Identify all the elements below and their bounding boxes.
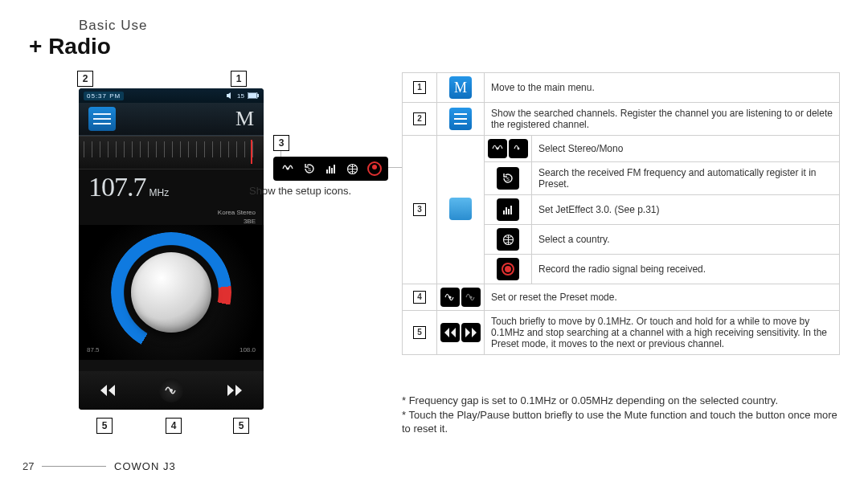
band-low-label: 87.5 xyxy=(87,346,100,353)
page-title: + Radio xyxy=(29,34,111,59)
playback-bar xyxy=(79,371,264,410)
callout-3: 3 xyxy=(273,135,289,151)
section-heading: Basic Use xyxy=(79,18,148,34)
channel-list-button[interactable] xyxy=(88,107,116,131)
table-row: 4 Set or reset the Preset mode. xyxy=(403,284,840,311)
battery-icon xyxy=(248,92,259,99)
svg-rect-7 xyxy=(329,166,330,174)
svg-point-11 xyxy=(497,148,499,150)
svg-point-12 xyxy=(518,148,520,150)
manual-page: Basic Use + Radio 05:37 PM 15 M 107.7MHz… xyxy=(0,0,868,490)
device-mockup: 05:37 PM 15 M 107.7MHz Korea Stereo 3BE … xyxy=(79,88,264,410)
frequency-unit: MHz xyxy=(149,187,170,198)
table-row: 2 Show the searched channels. Register t… xyxy=(403,103,840,136)
clock: 05:37 PM xyxy=(84,92,124,100)
status-bar: 05:37 PM 15 xyxy=(79,88,264,103)
svg-rect-9 xyxy=(334,165,335,174)
callout-4: 4 xyxy=(166,418,182,434)
setup-icons-caption: Show the setup icons. xyxy=(249,185,351,197)
stereo-icon xyxy=(488,139,507,158)
svg-point-19 xyxy=(448,296,451,298)
footnote-2: * Touch the Play/Pause button briefly to… xyxy=(402,408,840,436)
legend-desc: Search the received FM frequency and aut… xyxy=(532,162,840,195)
svg-rect-8 xyxy=(331,168,333,174)
legend-desc: Set JetEffect 3.0. (See p.31) xyxy=(532,195,840,225)
svg-rect-1 xyxy=(257,94,259,97)
legend-desc: Select a country. xyxy=(532,225,840,255)
table-row: 1 M Move to the main menu. xyxy=(403,73,840,103)
main-menu-button[interactable]: M xyxy=(235,107,254,131)
band-high-label: 108.0 xyxy=(240,346,256,353)
legend-num-4: 4 xyxy=(413,291,426,304)
stereo-mono-icon[interactable] xyxy=(280,161,295,176)
auto-search-icon[interactable]: S xyxy=(302,161,317,176)
svg-point-20 xyxy=(469,296,472,298)
broadcast-meta-1: Korea Stereo xyxy=(79,207,264,216)
country-icon[interactable] xyxy=(346,161,360,176)
tuning-dial-area: 87.5 108.0 xyxy=(79,225,264,360)
record-icon xyxy=(497,258,519,280)
preset-button[interactable] xyxy=(159,378,183,402)
legend-num-1: 1 xyxy=(413,81,426,94)
frequency-display: 107.7MHz xyxy=(79,169,264,207)
page-number: 27 xyxy=(23,460,34,472)
legend-desc: Select Stereo/Mono xyxy=(532,136,840,162)
svg-point-4 xyxy=(286,167,289,169)
rewind-icon xyxy=(440,323,460,342)
footer-rule xyxy=(42,466,106,467)
callout-2: 2 xyxy=(77,71,93,87)
record-icon[interactable] xyxy=(367,161,382,176)
callout-1: 1 xyxy=(231,71,247,87)
callout-5-left: 5 xyxy=(96,418,113,434)
volume-indicator: 15 xyxy=(226,92,259,100)
broadcast-meta-2: 3BE xyxy=(79,216,264,225)
tuning-knob[interactable] xyxy=(131,252,211,333)
setup-icons-strip: S xyxy=(273,157,388,181)
svg-rect-15 xyxy=(506,207,507,214)
forward-icon xyxy=(461,323,481,342)
preset-off-icon xyxy=(461,288,481,307)
setup-group-icon xyxy=(449,198,472,220)
preset-on-icon xyxy=(440,288,460,307)
prev-button[interactable] xyxy=(100,385,115,396)
svg-text:S: S xyxy=(506,177,510,182)
preset-icon xyxy=(164,385,178,396)
legend-table: 1 M Move to the main menu. 2 Show the se… xyxy=(402,72,840,355)
footnote-1: * Frequency gap is set to 0.1MHz or 0.05… xyxy=(402,394,840,408)
legend-desc: Touch briefly to move by 0.1MHz. Or touc… xyxy=(485,311,840,355)
tuner-cursor xyxy=(251,140,252,164)
next-button[interactable] xyxy=(227,385,242,396)
list-icon xyxy=(449,108,472,130)
legend-desc: Set or reset the Preset mode. xyxy=(485,284,840,311)
svg-rect-2 xyxy=(248,93,256,98)
callout-5-right: 5 xyxy=(233,418,249,434)
main-menu-icon: M xyxy=(449,76,472,99)
svg-rect-16 xyxy=(508,209,510,214)
mono-icon xyxy=(509,139,528,158)
svg-rect-17 xyxy=(510,206,512,214)
table-row: 3 Select Stereo/Mono xyxy=(403,136,840,162)
volume-value: 15 xyxy=(237,92,244,100)
auto-search-icon: S xyxy=(497,167,519,190)
svg-rect-14 xyxy=(503,210,505,214)
legend-num-3: 3 xyxy=(413,203,426,216)
svg-point-3 xyxy=(170,389,173,392)
footnotes: * Frequency gap is set to 0.1MHz or 0.05… xyxy=(402,394,840,436)
legend-desc: Show the searched channels. Register the… xyxy=(485,103,840,136)
tuner-scale[interactable] xyxy=(79,136,264,169)
svg-rect-6 xyxy=(326,169,328,174)
frequency-value: 107.7 xyxy=(88,172,146,202)
jeteffect-icon xyxy=(497,198,519,221)
device-model: COWON J3 xyxy=(114,460,176,472)
legend-num-5: 5 xyxy=(413,326,426,339)
legend-desc: Move to the main menu. xyxy=(485,73,840,103)
globe-icon xyxy=(497,228,519,251)
jeteffect-icon[interactable] xyxy=(324,161,338,176)
legend-desc: Record the radio signal being received. xyxy=(532,255,840,284)
svg-text:S: S xyxy=(307,167,310,172)
radio-topbar: M xyxy=(79,103,264,136)
legend-num-2: 2 xyxy=(413,112,426,125)
table-row: 5 Touch briefly to move by 0.1MHz. Or to… xyxy=(403,311,840,355)
speaker-icon xyxy=(226,92,234,100)
